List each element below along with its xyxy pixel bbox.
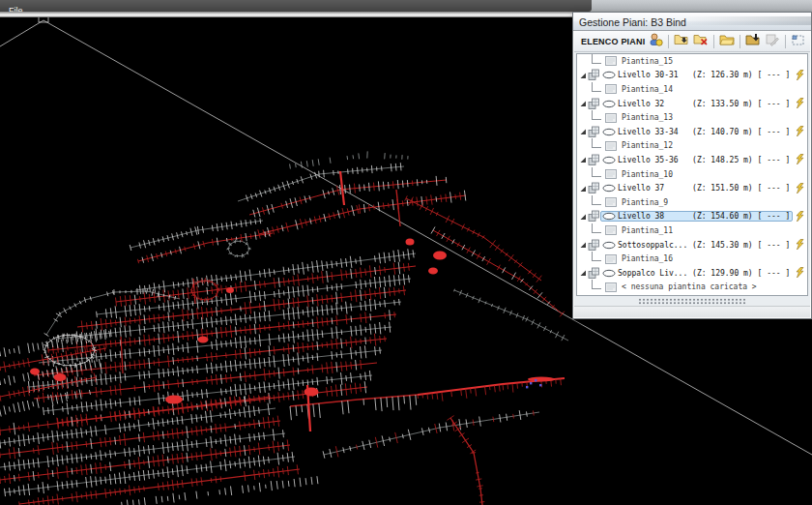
tree-connector	[592, 138, 601, 148]
panel-footer	[574, 306, 810, 318]
edit-level-icon[interactable]	[796, 267, 804, 279]
toolbar-buttons	[647, 33, 810, 50]
piantina-page-icon	[605, 113, 617, 123]
piantina-row[interactable]: Piantina_13	[577, 110, 807, 125]
expander-icon[interactable]	[579, 156, 587, 163]
panel-body: ELENCO PIANI Piantina_15Livello 30-31 (Z…	[573, 31, 811, 318]
import-levels-button[interactable]	[744, 33, 762, 50]
edit-level-icon[interactable]	[796, 98, 804, 109]
resize-grip[interactable]	[574, 296, 810, 306]
piantina-page-icon	[605, 169, 617, 179]
edit-disabled-icon	[765, 32, 780, 51]
levels-list: Piantina_15Livello 30-31 (Z: 126.30 m) […	[576, 53, 808, 296]
panel-toolbar: ELENCO PIANI	[574, 31, 810, 52]
open-folder-icon	[719, 32, 735, 51]
piantina-page-icon	[605, 254, 617, 264]
tree-connector	[592, 54, 601, 64]
piantina-row[interactable]: Piantina_15	[577, 54, 807, 69]
level-cube-icon	[588, 267, 600, 280]
select-area-icon	[791, 32, 806, 51]
dropdown-caret-button[interactable]	[809, 33, 810, 50]
expander-icon[interactable]	[579, 269, 587, 277]
level-row-label[interactable]: Sottosoppalc... (Z: 145.30 m) [ --- ]	[600, 240, 793, 251]
no-piantina-row[interactable]: < nessuna piantina caricata >	[577, 281, 807, 295]
remove-piantina-icon	[693, 32, 709, 51]
tree-connector	[592, 280, 601, 289]
piantina-page-icon	[605, 141, 617, 151]
user-manager-icon	[648, 32, 663, 51]
piantina-page-icon	[605, 197, 617, 207]
edit-level-icon[interactable]	[796, 70, 804, 81]
select-area-button[interactable]	[790, 33, 807, 50]
level-row-label[interactable]: Soppalco Liv... (Z: 129.90 m) [ --- ]	[600, 268, 793, 279]
tree-connector	[592, 252, 601, 261]
toolbar-separator	[740, 35, 740, 48]
menu-bar-right	[592, 0, 812, 12]
level-row[interactable]: Soppalco Liv... (Z: 129.90 m) [ --- ]	[577, 266, 807, 281]
piantina-row[interactable]: Piantina_12	[577, 139, 807, 154]
remove-piantina-button[interactable]	[692, 33, 710, 50]
edit-level-icon[interactable]	[796, 126, 804, 137]
expander-icon[interactable]	[579, 241, 587, 249]
level-cube-icon	[588, 182, 600, 194]
piantina-page-icon	[605, 56, 617, 66]
level-row-label[interactable]: Livello 38 (Z: 154.60 m) [ --- ]	[600, 211, 793, 222]
load-piantina-icon	[674, 32, 689, 51]
level-row[interactable]: Sottosoppalc... (Z: 145.30 m) [ --- ]	[577, 238, 807, 252]
piantina-page-icon	[605, 282, 617, 292]
expander-icon[interactable]	[579, 128, 587, 135]
tree-connector	[592, 110, 601, 120]
level-cube-icon	[588, 69, 600, 81]
piantina-row[interactable]: Piantina_10	[577, 167, 807, 182]
piantina-page-icon	[605, 84, 617, 94]
application-window: File Gestione Piani: B3 Bind ELENCO PIAN…	[0, 0, 812, 505]
open-folder-button[interactable]	[718, 33, 736, 50]
piantina-row[interactable]: Piantina_11	[577, 223, 807, 238]
level-row-label[interactable]: Livello 32 (Z: 133.50 m) [ --- ]	[600, 99, 793, 109]
tree-connector	[592, 223, 601, 233]
level-row[interactable]: Livello 37 (Z: 151.50 m) [ --- ]	[577, 181, 807, 195]
level-row-label[interactable]: Livello 37 (Z: 151.50 m) [ --- ]	[600, 183, 793, 193]
piantina-row[interactable]: Piantina_16	[577, 252, 807, 266]
import-levels-icon	[745, 32, 761, 51]
level-cube-icon	[588, 239, 600, 252]
level-cube-icon	[588, 154, 600, 166]
edit-level-icon[interactable]	[796, 239, 804, 251]
expander-icon[interactable]	[579, 213, 587, 221]
expander-icon[interactable]	[579, 100, 587, 107]
piantina-row[interactable]: Piantina_9	[577, 195, 807, 210]
level-row[interactable]: Livello 38 (Z: 154.60 m) [ --- ]	[577, 210, 807, 224]
level-row[interactable]: Livello 35-36 (Z: 148.25 m) [ --- ]	[577, 153, 807, 167]
piantina-page-icon	[605, 225, 617, 235]
level-cube-icon	[588, 126, 600, 138]
tree-connector	[592, 82, 601, 92]
menu-bar: File	[0, 0, 812, 12]
level-cube-icon	[588, 210, 600, 223]
edit-level-icon[interactable]	[796, 211, 804, 223]
expander-icon[interactable]	[579, 185, 587, 193]
edit-level-icon[interactable]	[796, 183, 804, 194]
level-row-label[interactable]: Livello 33-34 (Z: 140.70 m) [ --- ]	[600, 127, 793, 137]
panel-title: Gestione Piani: B3 Bind	[573, 15, 686, 31]
level-row[interactable]: Livello 33-34 (Z: 140.70 m) [ --- ]	[577, 125, 807, 139]
tree-connector	[592, 195, 601, 205]
level-row-label[interactable]: Livello 30-31 (Z: 126.30 m) [ --- ]	[600, 70, 793, 80]
toolbar-separator	[785, 35, 786, 48]
user-manager-button[interactable]	[647, 33, 664, 50]
level-row[interactable]: Livello 30-31 (Z: 126.30 m) [ --- ]	[577, 69, 807, 83]
level-cube-icon	[588, 98, 600, 110]
tree-connector	[592, 167, 601, 177]
menu-bar-left: File	[0, 0, 592, 12]
edit-disabled-button[interactable]	[764, 33, 781, 50]
gestione-piani-panel: Gestione Piani: B3 Bind ELENCO PIANI Pia…	[572, 12, 812, 319]
level-row-label[interactable]: Livello 35-36 (Z: 148.25 m) [ --- ]	[600, 155, 793, 165]
load-piantina-button[interactable]	[673, 33, 690, 50]
panel-titlebar[interactable]: Gestione Piani: B3 Bind	[573, 13, 811, 31]
piantina-row[interactable]: Piantina_14	[577, 82, 807, 97]
toolbar-separator	[713, 35, 714, 48]
expander-icon[interactable]	[579, 72, 587, 79]
toolbar-separator	[668, 35, 669, 48]
elenco-piani-label: ELENCO PIANI	[581, 37, 647, 46]
level-row[interactable]: Livello 32 (Z: 133.50 m) [ --- ]	[577, 97, 807, 111]
edit-level-icon[interactable]	[796, 154, 804, 165]
